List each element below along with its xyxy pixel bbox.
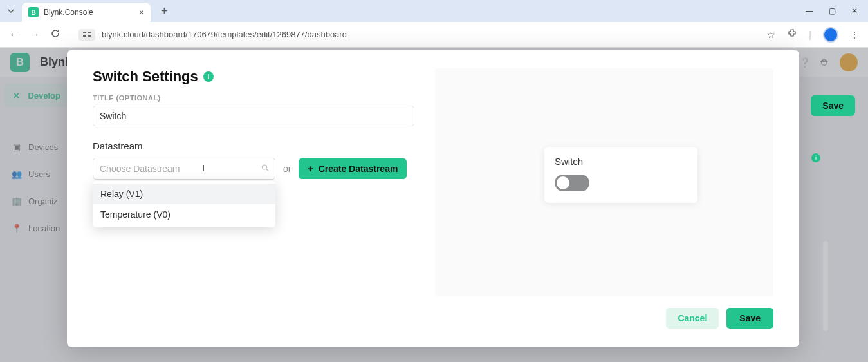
toggle-knob xyxy=(557,176,569,189)
svg-point-4 xyxy=(263,165,267,169)
browser-menu-icon[interactable]: ⋮ xyxy=(850,30,859,40)
create-datastream-button[interactable]: + Create Datastream xyxy=(299,158,407,179)
bookmark-icon[interactable]: ☆ xyxy=(767,30,775,40)
modal-title: Switch Settings i xyxy=(93,68,414,85)
svg-rect-2 xyxy=(83,35,86,37)
datastream-dropdown: Relay (V1) Temperature (V0) xyxy=(93,181,275,227)
reload-icon[interactable] xyxy=(50,28,60,41)
info-badge-icon[interactable]: i xyxy=(811,153,820,162)
save-button[interactable]: Save xyxy=(726,308,773,329)
svg-line-5 xyxy=(266,169,268,171)
nav-back-icon[interactable]: ← xyxy=(9,29,19,41)
scrollbar-thumb[interactable] xyxy=(823,241,828,331)
browser-tab-strip: B Blynk.Console × + — ▢ ✕ xyxy=(0,0,868,22)
site-settings-icon[interactable] xyxy=(78,29,95,41)
nav-forward-icon[interactable]: → xyxy=(30,29,40,41)
datastream-input[interactable] xyxy=(93,158,275,180)
datastream-label: Datastream xyxy=(93,140,414,151)
title-field-label: TITLE (OPTIONAL) xyxy=(93,94,414,102)
browser-tab[interactable]: B Blynk.Console × xyxy=(22,3,151,22)
title-input[interactable] xyxy=(93,106,414,126)
plus-icon: + xyxy=(308,164,313,174)
extensions-icon[interactable] xyxy=(787,28,797,41)
search-icon xyxy=(261,164,269,174)
datastream-select[interactable]: I Relay (V1) Temperature (V0) xyxy=(93,158,275,180)
profile-avatar-icon[interactable] xyxy=(823,27,838,43)
info-icon[interactable]: i xyxy=(203,71,214,82)
widget-title: Switch xyxy=(555,156,687,167)
url-text: blynk.cloud/dashboard/170679/templates/e… xyxy=(102,30,347,39)
favicon: B xyxy=(28,7,39,17)
tab-title: Blynk.Console xyxy=(44,8,134,17)
switch-widget-preview: Switch xyxy=(544,147,697,203)
url-field[interactable]: blynk.cloud/dashboard/170679/templates/e… xyxy=(71,29,757,41)
page-save-button[interactable]: Save xyxy=(811,95,855,116)
window-close-icon[interactable]: ✕ xyxy=(851,6,858,15)
new-tab-button[interactable]: + xyxy=(156,5,173,18)
window-maximize-icon[interactable]: ▢ xyxy=(829,6,836,15)
svg-rect-1 xyxy=(88,32,91,33)
dropdown-option[interactable]: Temperature (V0) xyxy=(93,204,275,225)
svg-rect-3 xyxy=(88,35,91,37)
dropdown-option[interactable]: Relay (V1) xyxy=(93,184,275,204)
cancel-button[interactable]: Cancel xyxy=(666,308,719,329)
switch-settings-modal: Switch Settings i TITLE (OPTIONAL) Datas… xyxy=(67,50,799,347)
svg-rect-0 xyxy=(83,32,86,33)
or-text: or xyxy=(283,164,291,174)
tab-close-icon[interactable]: × xyxy=(139,7,144,17)
window-minimize-icon[interactable]: — xyxy=(806,6,813,15)
widget-preview-area: Switch xyxy=(435,68,773,296)
address-bar: ← → blynk.cloud/dashboard/170679/templat… xyxy=(0,22,868,48)
tab-list-dropdown[interactable] xyxy=(5,5,17,17)
switch-toggle[interactable] xyxy=(555,175,589,191)
